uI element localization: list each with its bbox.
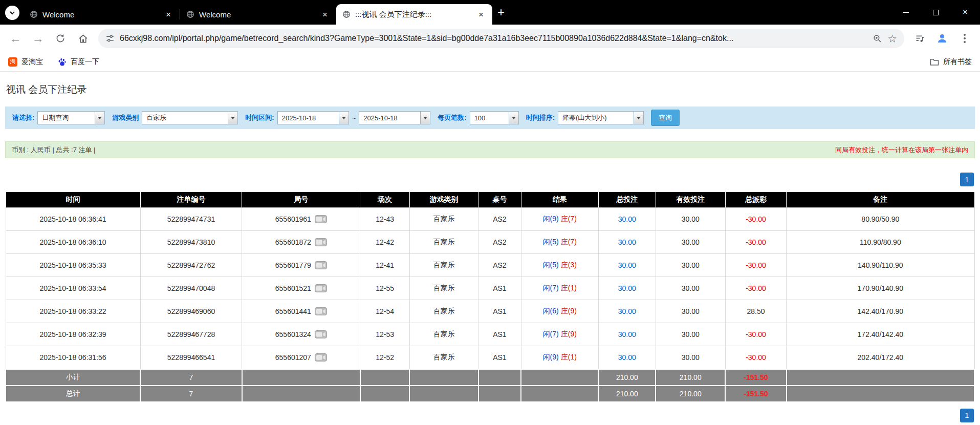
video-replay-icon[interactable]: [315, 261, 327, 269]
summary-bar: 币别 : 人民币 | 总共 :7 注单 | 同局有效投注，统一计算在该局第一张注…: [5, 141, 975, 158]
round-number: 655601324: [275, 330, 311, 338]
url-text: 66cxkj98.com/ipl/portal.php/game/betreco…: [120, 34, 867, 43]
maximize-button[interactable]: [921, 0, 950, 25]
forward-arrow-icon: →: [32, 33, 44, 45]
bet-id-cell: 522899467728: [140, 323, 242, 346]
video-replay-icon[interactable]: [315, 307, 327, 315]
game-type-select[interactable]: 百家乐: [142, 111, 238, 124]
chevron-down-icon[interactable]: [339, 112, 349, 124]
payout-cell: -30.00: [725, 346, 786, 369]
chevron-down-icon[interactable]: [95, 112, 104, 124]
date-range-label: 时间区间:: [245, 113, 274, 122]
zoom-icon[interactable]: [873, 34, 882, 44]
total-bet-link[interactable]: 30.00: [598, 254, 656, 277]
bet-id-cell: 522899472762: [140, 254, 242, 277]
empty-cell: [409, 386, 478, 402]
minimize-icon: [903, 12, 909, 13]
date-to-select[interactable]: 2025-10-18: [359, 111, 430, 124]
video-replay-icon[interactable]: [315, 284, 327, 292]
search-button[interactable]: 查询: [651, 110, 680, 126]
tab-welcome-1[interactable]: Welcome ×: [24, 4, 180, 25]
total-bet-link[interactable]: 30.00: [598, 300, 656, 323]
back-button[interactable]: ←: [5, 28, 26, 49]
browser-menu-button[interactable]: [954, 28, 975, 49]
note-cell: 202.40/172.40: [787, 346, 974, 369]
tab-search-button[interactable]: [5, 6, 19, 20]
session-cell: 12-54: [360, 300, 410, 323]
tab-title: Welcome: [199, 10, 315, 19]
all-bookmarks-button[interactable]: 所有书签: [930, 57, 972, 67]
total-bet-link[interactable]: 30.00: [598, 208, 656, 231]
payout-cell: -30.00: [725, 323, 786, 346]
empty-cell: [409, 369, 478, 386]
currency-summary-text: 币别 : 人民币 | 总共 :7 注单 |: [12, 145, 96, 155]
game-type-cell: 百家乐: [409, 323, 478, 346]
refresh-button[interactable]: [50, 28, 71, 49]
profile-button[interactable]: [932, 28, 952, 49]
round-cell: 655601961: [242, 208, 360, 231]
subtotal-label-cell: 小计: [6, 369, 140, 386]
total-bet-link[interactable]: 30.00: [598, 323, 656, 346]
table-body: 2025-10-18 06:36:41 522899474731 6556019…: [6, 208, 974, 369]
minimize-button[interactable]: [891, 0, 921, 25]
result-cell: 闲(6)庄(9): [521, 300, 598, 323]
video-replay-icon[interactable]: [315, 215, 327, 223]
date-from-select[interactable]: 2025-10-18: [277, 111, 349, 124]
tab-welcome-2[interactable]: Welcome ×: [180, 4, 336, 25]
folder-icon: [930, 58, 939, 66]
chevron-down-icon[interactable]: [228, 112, 237, 124]
valid-bet-notice: 同局有效投注，统一计算在该局第一张注单内: [835, 145, 968, 155]
maximize-icon: [933, 10, 939, 15]
round-cell: 655601872: [242, 231, 360, 254]
column-header: 总投注: [598, 192, 656, 208]
result-cell: 闲(9)庄(7): [521, 208, 598, 231]
close-button[interactable]: ×: [950, 0, 980, 25]
payout-cell: -30.00: [725, 208, 786, 231]
query-type-select[interactable]: 日期查询: [37, 111, 105, 124]
bookmark-aitaobao[interactable]: 淘 爱淘宝: [8, 57, 43, 67]
game-type-cell: 百家乐: [409, 254, 478, 277]
time-cell: 2025-10-18 06:35:33: [6, 254, 140, 277]
forward-button[interactable]: →: [28, 28, 48, 49]
round-cell: 655601441: [242, 300, 360, 323]
tab-close-icon[interactable]: ×: [163, 10, 173, 19]
page-content: 视讯 会员下注纪录 请选择: 日期查询 游戏类别 百家乐 时间区间: 2025-…: [0, 72, 980, 425]
table-row: 2025-10-18 06:36:41 522899474731 6556019…: [6, 208, 974, 231]
video-replay-icon[interactable]: [315, 353, 327, 362]
tab-close-icon[interactable]: ×: [320, 10, 330, 19]
result-banker: 庄(7): [561, 215, 577, 223]
result-banker: 庄(1): [561, 284, 577, 292]
address-bar[interactable]: 66cxkj98.com/ipl/portal.php/game/betreco…: [98, 29, 904, 48]
bet-id-cell: 522899473810: [140, 231, 242, 254]
page-1-button[interactable]: 1: [960, 409, 974, 422]
round-cell: 655601779: [242, 254, 360, 277]
chevron-down-icon[interactable]: [509, 112, 518, 124]
chevron-down-icon[interactable]: [420, 112, 430, 124]
all-bookmarks-label: 所有书签: [943, 57, 972, 67]
page-1-button[interactable]: 1: [960, 173, 974, 186]
page-size-select[interactable]: 100: [470, 111, 519, 124]
sort-order-select[interactable]: 降幂(由大到小): [558, 111, 644, 124]
video-replay-icon[interactable]: [315, 330, 327, 338]
media-controls-icon: [914, 33, 925, 44]
session-cell: 12-43: [360, 208, 410, 231]
home-button[interactable]: [73, 28, 93, 49]
result-cell: 闲(5)庄(3): [521, 254, 598, 277]
chevron-down-icon[interactable]: [634, 112, 643, 124]
column-header: 场次: [360, 192, 410, 208]
bet-id-cell: 522899474731: [140, 208, 242, 231]
media-controls-button[interactable]: [909, 28, 930, 49]
total-bet-link[interactable]: 30.00: [598, 231, 656, 254]
new-tab-button[interactable]: +: [492, 6, 510, 25]
tab-bet-record-active[interactable]: :::视讯 会员下注纪录::: ×: [336, 4, 492, 25]
video-replay-icon[interactable]: [315, 238, 327, 246]
tab-close-icon[interactable]: ×: [476, 10, 486, 19]
bookmark-baidu[interactable]: 百度一下: [57, 57, 99, 67]
bet-records-table: 时间注单编号局号场次游戏类别桌号结果总投注有效投注总派彩备注 2025-10-1…: [5, 192, 975, 402]
bookmark-star-icon[interactable]: ☆: [887, 33, 897, 44]
site-info-icon[interactable]: [105, 34, 115, 43]
total-bet-link[interactable]: 30.00: [598, 346, 656, 369]
round-number: 655601521: [275, 284, 311, 292]
result-player: 闲(5): [543, 261, 559, 269]
total-bet-link[interactable]: 30.00: [598, 277, 656, 300]
